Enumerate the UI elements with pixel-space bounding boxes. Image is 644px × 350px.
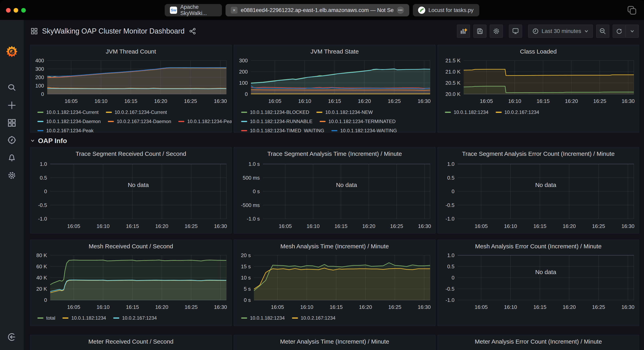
configuration-gear-icon[interactable] [7,171,16,180]
svg-text:16:20: 16:20 [563,304,576,310]
refresh-dashboard-button[interactable] [613,24,626,38]
legend-item[interactable]: 10.0.1.182:1234 [445,110,488,115]
legend-item[interactable]: 10.0.1.182:1234-TIMED_WAITING [241,128,324,133]
panel-title[interactable]: Trace Segment Received Count / Second [30,147,232,160]
panel-title[interactable]: Meter Analysis Error Count (Increment) /… [438,335,639,348]
no-data-label: No data [535,181,556,188]
chart-svg-mesh-analysis-time[interactable]: 0 s5 s10 s15 s20 s16:0516:1016:1516:2016… [234,252,435,312]
legend-swatch-icon [241,121,247,122]
legend-item[interactable]: 10.0.2.167:1234-Current [106,110,167,115]
svg-text:-1.0: -1.0 [446,216,454,222]
panel-title[interactable]: Trace Segment Analysis Time (Increment) … [234,147,435,160]
svg-text:1.0: 1.0 [40,349,47,350]
grafana-logo-icon[interactable] [6,45,18,57]
dashboard-squares-icon[interactable] [31,28,38,34]
alerting-bell-icon[interactable] [7,153,16,163]
chart-plot[interactable]: 010020030016:0516:1016:1516:2016:2516:30 [234,57,435,107]
svg-text:16:15: 16:15 [334,223,348,229]
chart-svg-trace-segment-received[interactable]: -1.0-0.500.51.016:0516:1016:1516:2016:25… [30,160,232,230]
tab-overview-icon[interactable] [627,5,637,15]
panel-title[interactable]: Meter Received Count / Second [30,335,232,348]
dashboard-settings-button[interactable] [490,24,503,38]
sign-in-icon[interactable] [7,333,16,342]
legend-item[interactable]: 10.0.1.182:1234-NEW [316,110,373,115]
chart-plot[interactable]: -1.0-0.500.51.016:0516:1016:1516:2016:25… [438,160,639,231]
legend-item[interactable]: 10.0.1.182:1234-BLOCKED [241,110,309,115]
tab-locust[interactable]: Locust for tasks.py [413,4,479,16]
legend-item[interactable]: total [38,315,55,321]
explore-compass-icon[interactable] [7,136,16,145]
legend-item[interactable]: 10.0.1.182:1234-Current [38,110,99,115]
panel-title[interactable]: Mesh Received Count / Second [30,240,232,252]
close-tab-icon[interactable]: × [231,7,238,13]
legend-swatch-icon [241,318,247,319]
svg-text:16:15: 16:15 [124,98,137,104]
search-icon[interactable] [7,83,16,92]
chart-plot[interactable]: -1.0 s-500 ms0 s500 ms1.0 s16:0516:1016:… [234,160,435,231]
svg-text:300: 300 [36,66,44,72]
legend-item[interactable]: 10.0.2.167:1234 [292,315,336,321]
panel-title[interactable]: Trace Segment Analysis Error Count (Incr… [438,147,639,160]
panel-title[interactable]: Class Loaded [438,45,639,57]
legend-item[interactable]: 10.0.1.182:1234-Peak [178,119,232,124]
panel-title[interactable]: Mesh Analysis Error Count (Increment) / … [438,240,639,252]
svg-text:16:05: 16:05 [67,223,80,229]
panel-row-trace: Trace Segment Received Count / Second-1.… [30,147,639,233]
chart-plot[interactable]: -1.0-0.500.51.016:0516:1016:1516:2016:25… [30,348,232,350]
chart-svg-meter-received[interactable]: -1.0-0.500.51.016:0516:1016:1516:2016:25… [30,348,232,350]
chart-plot[interactable]: 020 K40 K60 K80 K16:0516:1016:1516:2016:… [30,252,232,313]
panel-meter-analysis-error: Meter Analysis Error Count (Increment) /… [438,335,639,350]
chart-plot[interactable]: -1.0 s-500 ms0 s500 ms1.0 s16:0516:1016:… [234,348,435,350]
legend-item[interactable]: 10.0.1.182:1234-Daemon [38,119,101,124]
legend-item[interactable]: 10.0.2.167:1234-Peak [38,128,94,133]
legend-label: 10.0.2.167:1234-Peak [46,128,94,133]
svg-text:1.0: 1.0 [447,252,454,258]
chart-svg-trace-segment-analysis-error[interactable]: -1.0-0.500.51.016:0516:1016:1516:2016:25… [438,160,639,230]
tab-active-url[interactable]: × e0881eed4-22961232.ap-east-1.elb.amazo… [226,4,409,16]
save-dashboard-button[interactable] [473,24,486,38]
panel-title[interactable]: JVM Thread Count [30,45,232,57]
legend-item[interactable]: 10.0.2.167:1234-Daemon [108,119,171,124]
chart-svg-mesh-received[interactable]: 020 K40 K60 K80 K16:0516:1016:1516:2016:… [30,252,232,312]
section-oap-info[interactable]: OAP Info [30,134,639,147]
svg-text:16:25: 16:25 [184,98,197,104]
panel-title[interactable]: JVM Thread State [234,45,435,57]
tab-more-icon[interactable]: ••• [397,6,404,14]
chart-svg-mesh-analysis-error[interactable]: -1.0-0.500.51.016:0516:1016:1516:2016:25… [438,252,639,312]
zoom-out-time-button[interactable] [596,24,610,38]
tab-apache-skywalking[interactable]: Sw Apache SkyWalki... [165,4,222,16]
svg-text:16:15: 16:15 [533,304,546,310]
dashboards-icon[interactable] [7,118,16,128]
add-panel-button[interactable] [457,24,470,38]
panel-title[interactable]: Mesh Analysis Time (Increment) / Minute [234,240,435,252]
chart-svg-meter-analysis-time[interactable]: -1.0 s-500 ms0 s500 ms1.0 s16:0516:1016:… [234,348,435,350]
refresh-interval-dropdown[interactable] [626,24,638,38]
chart-plot[interactable]: 20.0 K20.5 K21.0 K21.5 K16:0516:1016:151… [438,57,639,107]
legend-item[interactable]: 10.0.1.182:1234-TERMINATED [320,119,396,124]
create-plus-icon[interactable] [7,101,16,110]
chart-plot[interactable]: -1.0-0.500.51.016:0516:1016:1516:2016:25… [438,348,639,350]
panel-title[interactable]: Meter Analysis Time (Increment) / Minute [234,335,435,348]
chart-svg-jvm-thread-state[interactable]: 010020030016:0516:1016:1516:2016:2516:30 [234,57,435,106]
legend-item[interactable]: 10.0.2.167:1234 [496,110,539,115]
legend-item[interactable]: 10.0.1.182:1234-RUNNABLE [241,119,312,124]
chart-plot[interactable]: -1.0-0.500.51.016:0516:1016:1516:2016:25… [30,160,232,231]
chart-plot[interactable]: -1.0-0.500.51.016:0516:1016:1516:2016:25… [438,252,639,313]
cycle-view-mode-button[interactable] [509,24,522,38]
chart-svg-trace-segment-analysis-time[interactable]: -1.0 s-500 ms0 s500 ms1.0 s16:0516:1016:… [234,160,435,230]
chart-plot[interactable]: 010020030040016:0516:1016:1516:2016:2516… [30,57,232,107]
panel-trace-segment-analysis-error: Trace Segment Analysis Error Count (Incr… [438,147,639,233]
chart-svg-meter-analysis-error[interactable]: -1.0-0.500.51.016:0516:1016:1516:2016:25… [438,348,639,350]
time-range-picker[interactable]: Last 30 minutes [528,24,593,38]
panel-meter-analysis-time: Meter Analysis Time (Increment) / Minute… [234,335,436,350]
chart-svg-jvm-thread-count[interactable]: 010020030040016:0516:1016:1516:2016:2516… [30,57,232,106]
legend-label: 10.0.1.182:1234 [454,110,488,115]
legend-item[interactable]: 10.0.1.182:1234-WAITING [332,128,397,133]
chart-plot[interactable]: 0 s5 s10 s15 s20 s16:0516:1016:1516:2016… [234,252,435,313]
share-icon[interactable] [189,27,196,35]
legend-item[interactable]: 10.0.2.167:1234 [113,315,157,321]
panel-mesh-analysis-time: Mesh Analysis Time (Increment) / Minute0… [234,239,436,326]
legend-item[interactable]: 10.0.1.182:1234 [241,315,285,321]
chart-svg-class-loaded[interactable]: 20.0 K20.5 K21.0 K21.5 K16:0516:1016:151… [438,57,639,106]
legend-item[interactable]: 10.0.1.182:1234 [62,315,106,321]
